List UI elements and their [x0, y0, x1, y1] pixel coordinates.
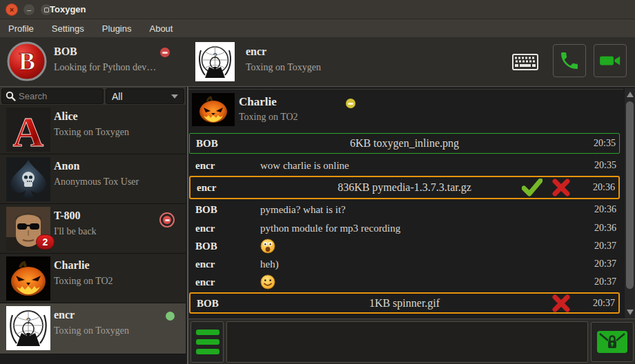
titlebar: × – Toxygen — [0, 0, 635, 19]
contact-status-message: Anonymous Tox User — [54, 176, 139, 188]
message-row: encr python module for mp3 recording 20:… — [189, 219, 620, 236]
header: B BOB Looking for Python dev… ? encr Tox… — [0, 37, 635, 87]
search-input[interactable] — [19, 91, 103, 101]
peer-away-status-icon — [346, 99, 355, 108]
peer-name: Charlie — [239, 95, 277, 109]
message-row-file: BOB 6KB toxygen_inline.png 20:35 — [189, 133, 620, 154]
self-busy-status-icon — [160, 48, 170, 57]
accept-transfer-button[interactable] — [520, 178, 544, 197]
message-time: 20:36 — [593, 182, 615, 193]
scrollbar-thumb[interactable] — [626, 101, 634, 289]
menu-settings[interactable]: Settings — [52, 23, 84, 34]
contact-filter-dropdown[interactable]: All — [106, 88, 184, 104]
busy-status-icon — [159, 212, 175, 228]
contact-row-t800[interactable]: T-800 I'll be back 2 — [0, 204, 186, 254]
online-status-icon — [166, 312, 175, 321]
message-row: encr heh) 20:37 — [189, 256, 620, 272]
message-text: heh) — [260, 259, 279, 270]
decline-transfer-button[interactable] — [549, 178, 573, 197]
chat-menu-button[interactable] — [190, 321, 224, 363]
cross-icon — [552, 179, 570, 196]
message-row: encr wow charlie is online 20:35 — [189, 157, 620, 174]
svg-text:?: ? — [213, 52, 217, 60]
minimize-window-icon[interactable]: – — [23, 3, 35, 16]
alice-avatar: A — [6, 108, 50, 152]
contact-status-message: Toxing on TO2 — [54, 276, 113, 287]
message-time: 20:35 — [594, 160, 616, 171]
message-time: 20:37 — [593, 298, 615, 309]
close-window-icon[interactable]: × — [6, 3, 18, 16]
message-input[interactable] — [226, 321, 588, 363]
menu-about[interactable]: About — [149, 23, 173, 34]
message-sender: encr — [195, 222, 215, 234]
shocked-face-emoji — [260, 239, 275, 254]
message-text: python module for mp3 recording — [260, 222, 400, 234]
message-time: 20:37 — [594, 259, 616, 270]
chevron-down-icon — [171, 94, 178, 99]
message-sender: encr — [195, 160, 215, 172]
message-sender: encr — [195, 276, 215, 288]
chat-peer-card: Charlie Toxing on TO2 — [188, 89, 623, 131]
encrypted-send-icon — [596, 328, 629, 356]
phone-icon — [558, 50, 580, 72]
decline-transfer-button[interactable] — [549, 294, 573, 313]
message-row-emoji: encr 20:37 — [189, 273, 620, 291]
message-sender: encr — [195, 259, 215, 270]
keyboard-icon[interactable] — [512, 54, 538, 70]
contact-filter-value: All — [112, 91, 123, 102]
active-chat-name: encr — [246, 46, 266, 58]
unread-count-badge: 2 — [36, 234, 55, 250]
contact-row-alice[interactable]: A Alice Toxing on Toxygen — [0, 105, 186, 154]
contact-name: Anon — [54, 160, 79, 172]
message-text: pymedia? what is it? — [260, 204, 346, 216]
chat-panel: Charlie Toxing on TO2 BOB 6KB toxygen_in… — [187, 87, 635, 318]
video-call-button[interactable] — [594, 44, 627, 77]
self-avatar[interactable]: B — [7, 41, 47, 81]
contact-row-charlie[interactable]: Charlie Toxing on TO2 — [0, 254, 186, 303]
message-row-emoji: BOB 20:37 — [189, 237, 620, 255]
active-chat-avatar: ? — [195, 42, 235, 81]
contact-name: T-800 — [54, 210, 81, 222]
hamburger-icon — [196, 330, 219, 335]
audio-call-button[interactable] — [553, 44, 586, 77]
contact-status-message: Toxing on Toxygen — [54, 325, 129, 336]
camcorder-icon — [598, 49, 622, 72]
check-icon — [522, 179, 543, 196]
menu-plugins[interactable]: Plugins — [102, 23, 132, 34]
charlie-avatar — [6, 256, 50, 301]
message-row-file: BOB 1KB spinner.gif 20:37 — [189, 292, 620, 314]
contact-list-panel: All A Alice Toxing on Toxygen — [0, 87, 186, 364]
chat-scrollbar[interactable] — [624, 88, 635, 318]
svg-text:A: A — [13, 108, 44, 152]
toxygen-window: × – Toxygen Profile Settings Plugins Abo… — [0, 0, 635, 364]
contact-row-anon[interactable]: Anon Anonymous Tox User — [0, 154, 186, 204]
peer-avatar — [192, 93, 235, 126]
message-time: 20:37 — [594, 276, 616, 287]
search-icon — [6, 91, 16, 101]
file-transfer-label: 6KB toxygen_inline.png — [190, 137, 619, 150]
svg-text:?: ? — [26, 316, 31, 326]
contact-list: A Alice Toxing on Toxygen — [0, 105, 186, 354]
composer — [187, 318, 635, 364]
contact-row-encr[interactable]: ? encr Toxing on Toxygen — [0, 303, 186, 354]
peer-status-message: Toxing on TO2 — [239, 112, 298, 123]
menubar: Profile Settings Plugins About — [0, 19, 635, 37]
message-sender: BOB — [195, 204, 217, 216]
contact-name: encr — [54, 309, 75, 321]
contact-status-message: I'll be back — [54, 226, 97, 237]
active-chat-status-message: Toxing on Toxygen — [246, 62, 321, 73]
cross-icon — [552, 294, 570, 312]
message-text: wow charlie is online — [260, 160, 349, 172]
message-row-file: encr 836KB pymedia-1.3.7.3.tar.gz 20:36 — [189, 176, 620, 199]
message-time: 20:36 — [594, 223, 616, 234]
self-status-message: Looking for Python dev… — [54, 62, 156, 73]
menu-profile[interactable]: Profile — [8, 23, 34, 34]
message-row: BOB pymedia? what is it? 20:36 — [189, 201, 620, 218]
scroll-up-icon[interactable] — [627, 92, 634, 97]
scroll-down-icon[interactable] — [627, 310, 634, 315]
self-name: BOB — [54, 46, 77, 58]
send-message-button[interactable] — [591, 322, 634, 362]
search-row: All — [0, 87, 186, 105]
encr-avatar: ? — [6, 306, 50, 350]
message-time: 20:35 — [594, 138, 616, 149]
